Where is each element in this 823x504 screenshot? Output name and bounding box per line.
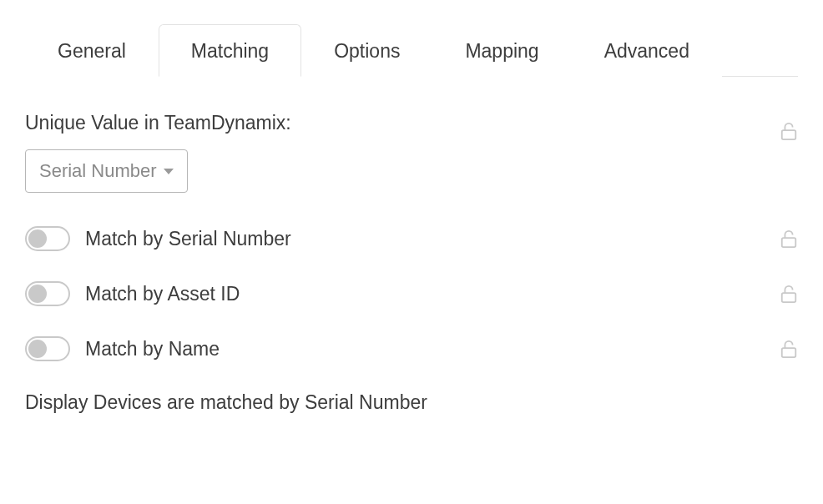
svg-rect-1 xyxy=(782,238,796,247)
tab-advanced[interactable]: Advanced xyxy=(572,24,722,77)
unique-value-selected: Serial Number xyxy=(39,160,157,182)
match-name-toggle[interactable] xyxy=(25,336,70,361)
tab-options[interactable]: Options xyxy=(301,24,432,77)
match-serial-label: Match by Serial Number xyxy=(85,228,291,250)
tab-bar: General Matching Options Mapping Advance… xyxy=(25,23,798,77)
unique-value-label: Unique Value in TeamDynamix: xyxy=(25,112,291,134)
svg-rect-0 xyxy=(782,130,796,139)
match-asset-label: Match by Asset ID xyxy=(85,283,240,305)
unlock-icon xyxy=(780,121,798,141)
match-asset-toggle[interactable] xyxy=(25,281,70,306)
unlock-icon xyxy=(780,284,798,304)
match-name-label: Match by Name xyxy=(85,338,220,360)
svg-rect-3 xyxy=(782,348,796,357)
unlock-icon xyxy=(780,229,798,249)
tab-mapping[interactable]: Mapping xyxy=(432,24,571,77)
svg-rect-2 xyxy=(782,293,796,302)
unique-value-dropdown[interactable]: Serial Number xyxy=(25,149,188,193)
match-serial-toggle[interactable] xyxy=(25,226,70,251)
tab-matching[interactable]: Matching xyxy=(159,24,301,77)
chevron-down-icon xyxy=(164,169,174,174)
tab-panel-matching: Unique Value in TeamDynamix: Serial Numb… xyxy=(25,77,798,414)
matching-hint: Display Devices are matched by Serial Nu… xyxy=(25,391,798,414)
tab-general[interactable]: General xyxy=(25,24,159,77)
unlock-icon xyxy=(780,339,798,359)
